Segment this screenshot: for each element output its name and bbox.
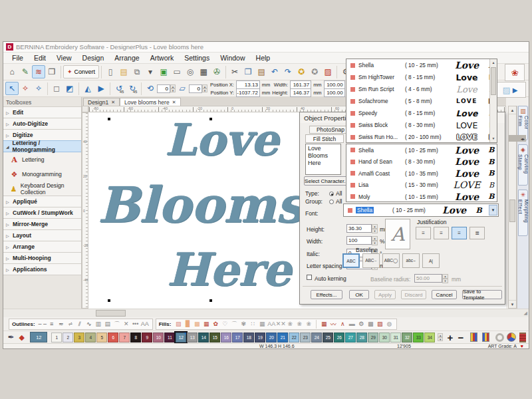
color-swatch-2[interactable]: 2 (63, 332, 73, 342)
color-swatch-29[interactable]: 29 (368, 332, 378, 342)
rotate-angle-field-spinner[interactable]: ▲▼ (170, 84, 176, 92)
baseline-style-button-5[interactable]: A| (422, 253, 440, 268)
color-swatch-14[interactable]: 14 (198, 332, 209, 342)
menu-design[interactable]: Design (78, 53, 109, 63)
sidebar-section-lettering-monogramming[interactable]: ◢Lettering / Monogramming (3, 140, 81, 152)
panel-collapse-bar[interactable]: ◂▸ (509, 135, 526, 142)
color-swatch-9[interactable]: 9 (142, 332, 152, 342)
color-swatch-8[interactable]: 8 (130, 332, 141, 342)
sidebar-section-edit[interactable]: ▷Edit (3, 106, 81, 118)
selection-handle[interactable] (108, 299, 110, 302)
fill-satin-icon[interactable]: ▩ (192, 319, 201, 329)
scroll-up-icon[interactable]: ▲ (509, 106, 516, 114)
polygon-select-icon[interactable]: ✧ (19, 82, 32, 95)
color-swatch-1[interactable]: 1 (51, 332, 62, 342)
palette-spinner[interactable]: ▲▼ (438, 333, 443, 341)
open-design-icon[interactable]: ▤ (117, 65, 130, 78)
lettering-text-input[interactable]: LoveBloomsHere (305, 144, 341, 175)
justify-center-button[interactable]: ≡ (452, 227, 467, 239)
color-swatch-28[interactable]: 28 (356, 332, 367, 342)
rotate-icon[interactable]: ⟲ (144, 82, 157, 95)
effects-button[interactable]: Effects... (311, 290, 342, 299)
dropdown-arrow-icon[interactable]: ▾ (144, 65, 157, 78)
recent-font-option-amalfi-coast[interactable]: Amalfi Coast( 10 - 35 mm)LoveB (346, 168, 497, 180)
redo-icon[interactable]: ↷ (281, 65, 295, 78)
thread-spool-icon[interactable] (519, 332, 526, 342)
color-swatch-31[interactable]: 31 (390, 332, 401, 342)
color-swatch-4[interactable]: 4 (85, 332, 96, 342)
font-option-shella[interactable]: Shella( 10 - 25 mm)LoveB (346, 59, 497, 71)
outline-triple-icon[interactable]: ≡ (47, 319, 57, 329)
sidebar-section-auto-digitize[interactable]: ▷Auto-Digitize (3, 118, 81, 130)
font-dropdown-arrow-icon[interactable]: ▼ (489, 205, 497, 215)
rotate-right-45-icon[interactable]: ↻45 (126, 82, 139, 95)
fill-grid-icon[interactable]: ▦ (257, 319, 267, 329)
sidebar-section-layout[interactable]: ▷Layout (3, 229, 81, 241)
color-swatch-24[interactable]: 24 (311, 332, 322, 342)
convert-button[interactable]: ✦Convert (63, 65, 99, 78)
width-input[interactable]: 100 (346, 236, 372, 245)
color-swatch-33[interactable]: 33 (413, 332, 424, 342)
outline-raised-satin-icon[interactable]: ▤ (103, 319, 112, 329)
add-color-button[interactable]: + (445, 332, 456, 343)
justify-right-button[interactable]: ≡ (434, 227, 449, 239)
outline-blanket-icon[interactable]: ✕ (122, 319, 131, 329)
insert-embroidery-icon[interactable]: ✪ (308, 65, 321, 78)
effect-globe-icon[interactable]: ◍ (384, 319, 394, 329)
tab-fill-stitch[interactable]: Fill Stitch (305, 134, 344, 143)
color-swatch-12[interactable]: 12 (176, 332, 186, 342)
color-swatch-3[interactable]: 3 (74, 332, 84, 342)
skew-icon[interactable]: ▱ (176, 82, 189, 95)
mirror-horizontal-icon[interactable]: ◭ (81, 82, 94, 95)
save-to-template-button[interactable]: Save to Template (462, 290, 502, 299)
reshape-icon[interactable]: ◻ (50, 82, 63, 95)
select-character-button[interactable]: Select Character... (304, 176, 349, 186)
sidebar-item-keyboard-design-collection[interactable]: ♟Keyboard Design Collection (3, 182, 81, 196)
color-swatch-6[interactable]: 6 (108, 332, 118, 342)
font-option-swiss-run-ho-[interactable]: Swiss Run Ho...( 20 - 100 mm)LOVEB (346, 131, 497, 143)
menu-file[interactable]: File (7, 53, 28, 63)
rotate-angle-field[interactable]: 0 (157, 84, 170, 93)
font-combo-box[interactable]: Shella( 10 - 25 mm)LoveB▼ (343, 203, 499, 217)
design-library-icon[interactable]: ▨ (321, 65, 334, 78)
fill-pattern-icon[interactable]: ✿ (211, 319, 220, 329)
color-swatch-25[interactable]: 25 (323, 332, 333, 342)
color-picker-eyedropper-icon[interactable]: ✒ (6, 332, 16, 342)
home-icon[interactable]: ⌂ (5, 65, 19, 78)
color-swatch-19[interactable]: 19 (255, 332, 265, 342)
outline-pattern-run-icon[interactable]: ••• (131, 319, 140, 329)
hoop-icon[interactable]: ✇ (210, 65, 223, 78)
save-icon[interactable]: ▣ (157, 65, 170, 78)
selection-handle[interactable] (108, 118, 110, 120)
new-design-icon[interactable]: ▯ (104, 65, 117, 78)
print-preview-icon[interactable]: ◎ (184, 65, 197, 78)
print-icon[interactable]: ▭ (170, 65, 184, 78)
scroll-up-icon[interactable]: ▲ (490, 59, 497, 66)
sidebar-section-arrange[interactable]: ▷Arrange (3, 241, 81, 253)
fill-step-icon[interactable]: ▉ (183, 319, 192, 329)
embroidery-text-blooms[interactable]: Blooms (98, 176, 303, 233)
baseline-style-button-2[interactable]: ABC⌣ (362, 253, 380, 268)
insert-picture-icon[interactable]: ⧉ (130, 65, 144, 78)
fill-flower-1-icon[interactable]: ❀ (285, 319, 295, 329)
recent-font-option-moly[interactable]: Moly( 10 - 15 mm)LoveB (346, 191, 497, 202)
fill-stipple-icon[interactable]: ∷ (248, 319, 257, 329)
sidebar-section-mirror-merge[interactable]: ▷Mirror-Merge (3, 218, 81, 230)
outline-satin-icon[interactable]: ▥ (94, 319, 103, 329)
sidebar-section-multi-hooping[interactable]: ▷Multi-Hooping (3, 252, 81, 264)
menu-settings[interactable]: Settings (180, 53, 214, 63)
undo-icon[interactable]: ↶ (268, 65, 281, 78)
transform-box-icon[interactable]: ◩ (63, 82, 76, 95)
insert-design-icon[interactable]: ✪ (295, 65, 308, 78)
effect-chevron-icon[interactable]: ∧ (338, 319, 347, 329)
ok-button[interactable]: OK (349, 290, 369, 299)
color-swatch-17[interactable]: 17 (232, 332, 243, 342)
panel-tab-morphing-effect[interactable]: ✳Morphing Effect (518, 190, 528, 236)
skew-angle-field[interactable]: 0 (189, 84, 202, 93)
thread-ring-icon[interactable] (495, 333, 504, 342)
paste-icon[interactable]: ▤ (255, 65, 268, 78)
artwork-canvas-icon[interactable]: ✎ (19, 65, 32, 78)
sidebar-item-lettering[interactable]: ALettering (3, 152, 81, 167)
fill-flower-2-icon[interactable]: ❀ (295, 319, 304, 329)
outline-open-icon[interactable]: ⌒ (112, 319, 122, 329)
